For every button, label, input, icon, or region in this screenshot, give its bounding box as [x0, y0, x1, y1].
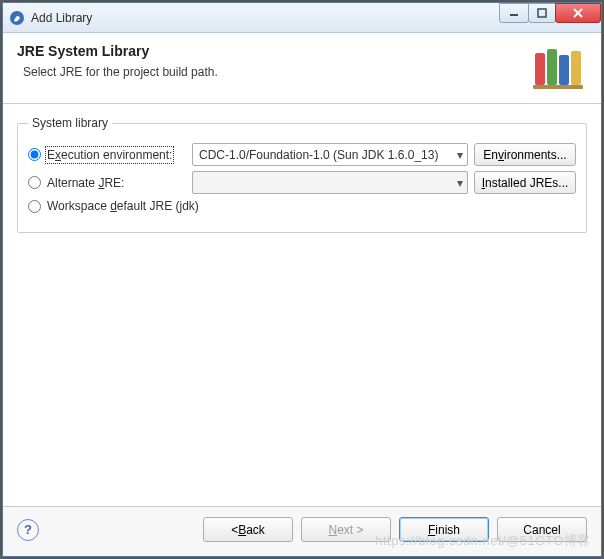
execution-env-radio[interactable]: Execution environment:: [28, 148, 186, 162]
close-button[interactable]: [555, 3, 601, 23]
window-controls: [500, 3, 601, 23]
svg-rect-6: [571, 51, 581, 85]
alternate-jre-combo: ▾: [192, 171, 468, 194]
app-icon: [9, 10, 25, 26]
alternate-jre-radio[interactable]: Alternate JRE:: [28, 176, 186, 190]
execution-env-row: Execution environment: CDC-1.0/Foundatio…: [28, 143, 576, 166]
svg-rect-3: [535, 53, 545, 85]
dialog-footer: ? < Back Next > Finish Cancel: [3, 506, 601, 556]
maximize-button[interactable]: [528, 3, 556, 23]
installed-jres-button[interactable]: Installed JREs...: [474, 171, 576, 194]
svg-rect-2: [538, 9, 546, 17]
alternate-jre-label: Alternate JRE:: [47, 176, 124, 190]
finish-button[interactable]: Finish: [399, 517, 489, 542]
svg-rect-7: [533, 85, 583, 89]
page-subtitle: Select JRE for the project build path.: [23, 65, 529, 79]
help-icon[interactable]: ?: [17, 519, 39, 541]
maximize-icon: [537, 8, 547, 18]
workspace-default-radio[interactable]: Workspace default JRE (jdk): [28, 199, 199, 213]
window-title: Add Library: [31, 11, 500, 25]
workspace-default-label: Workspace default JRE (jdk): [47, 199, 199, 213]
execution-env-combo-value: CDC-1.0/Foundation-1.0 (Sun JDK 1.6.0_13…: [199, 148, 438, 162]
titlebar: Add Library: [3, 3, 601, 33]
content-area: System library Execution environment: CD…: [3, 104, 601, 506]
library-books-icon: [529, 43, 587, 91]
execution-env-radio-input[interactable]: [28, 148, 41, 161]
back-button[interactable]: < Back: [203, 517, 293, 542]
execution-env-label: Execution environment:: [47, 148, 172, 162]
close-icon: [573, 8, 583, 18]
chevron-down-icon: ▾: [457, 148, 463, 162]
chevron-down-icon: ▾: [457, 176, 463, 190]
fieldset-legend: System library: [28, 116, 112, 130]
dialog-header: JRE System Library Select JRE for the pr…: [3, 33, 601, 104]
svg-rect-5: [559, 55, 569, 85]
cancel-button[interactable]: Cancel: [497, 517, 587, 542]
minimize-button[interactable]: [499, 3, 529, 23]
header-text-block: JRE System Library Select JRE for the pr…: [17, 43, 529, 91]
minimize-icon: [509, 8, 519, 18]
next-button: Next >: [301, 517, 391, 542]
svg-rect-1: [510, 14, 518, 16]
svg-rect-4: [547, 49, 557, 85]
environments-button[interactable]: Environments...: [474, 143, 576, 166]
system-library-fieldset: System library Execution environment: CD…: [17, 116, 587, 233]
alternate-jre-radio-input[interactable]: [28, 176, 41, 189]
page-title: JRE System Library: [17, 43, 529, 59]
workspace-default-radio-input[interactable]: [28, 200, 41, 213]
execution-env-combo[interactable]: CDC-1.0/Foundation-1.0 (Sun JDK 1.6.0_13…: [192, 143, 468, 166]
alternate-jre-row: Alternate JRE: ▾ Installed JREs...: [28, 171, 576, 194]
dialog-window: Add Library JRE System Library Select JR…: [2, 2, 602, 557]
workspace-default-row: Workspace default JRE (jdk): [28, 199, 576, 213]
